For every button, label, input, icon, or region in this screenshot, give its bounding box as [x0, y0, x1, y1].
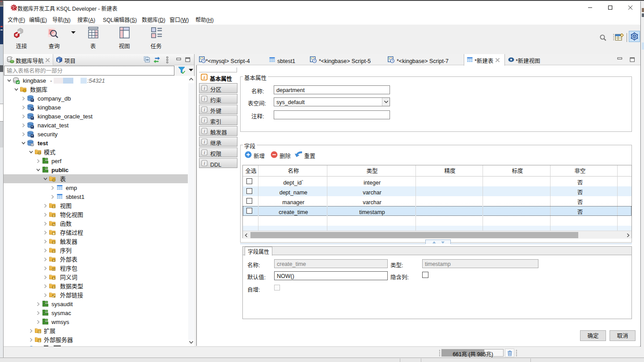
svg-text:i: i	[204, 139, 205, 144]
svg-text:i: i	[204, 150, 205, 155]
svg-text:i: i	[204, 161, 205, 166]
svg-text:i: i	[204, 118, 205, 123]
svg-text:i: i	[204, 107, 205, 112]
svg-text:i: i	[204, 86, 205, 91]
svg-text:i: i	[204, 97, 205, 101]
svg-text:i: i	[204, 129, 205, 134]
svg-text:i: i	[203, 75, 205, 80]
